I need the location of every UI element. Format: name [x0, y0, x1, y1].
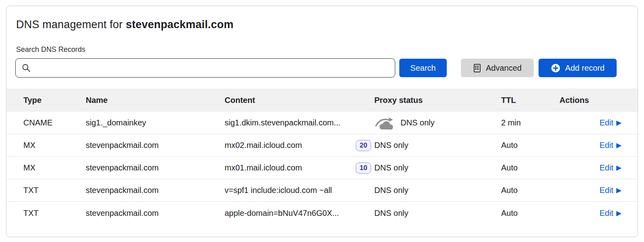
proxy-status-text: DNS only: [374, 186, 408, 195]
priority-badge: 20: [356, 140, 371, 151]
table-row: TXT stevenpackmail.com apple-domain=bNuV…: [6, 202, 638, 224]
record-ttl: Auto: [501, 141, 559, 150]
actions-cell: Edit▶: [559, 163, 621, 172]
proxy-status-text: DNS only: [374, 209, 408, 218]
dns-table-body: CNAME sig1._domainkey sig1.dkim.stevenpa…: [6, 112, 638, 224]
list-document-icon: [473, 64, 481, 73]
record-name: stevenpackmail.com: [86, 141, 225, 150]
edit-link[interactable]: Edit▶: [599, 186, 621, 195]
header-content: Content: [225, 96, 374, 105]
record-content: apple-domain=bNuV47n6G0X...: [225, 209, 339, 218]
page-title-domain: stevenpackmail.com: [126, 18, 233, 31]
actions-cell: Edit▶: [559, 209, 621, 218]
record-content-cell: apple-domain=bNuV47n6G0X...: [225, 209, 374, 218]
edit-link[interactable]: Edit▶: [599, 163, 621, 172]
record-name: stevenpackmail.com: [86, 163, 225, 172]
advanced-button-label: Advanced: [486, 64, 522, 73]
record-content: v=spf1 include:icloud.com ~all: [225, 186, 332, 195]
proxy-status-cell: DNS only: [374, 141, 501, 150]
proxy-status-cell: DNS only: [374, 186, 501, 195]
search-icon: [22, 64, 31, 72]
record-name: stevenpackmail.com: [86, 209, 225, 218]
edit-arrow-icon: ▶: [616, 210, 621, 217]
record-type: MX: [23, 163, 86, 172]
add-record-button-label: Add record: [565, 64, 605, 73]
proxy-status-cell: DNS only: [374, 116, 501, 130]
plus-circle-icon: [551, 63, 561, 73]
edit-arrow-icon: ▶: [616, 119, 621, 126]
edit-arrow-icon: ▶: [616, 187, 621, 194]
dns-only-cloud-icon: [374, 116, 395, 130]
table-header-row: Type Name Content Proxy status TTL Actio…: [6, 88, 638, 112]
proxy-status-cell: DNS only: [374, 163, 501, 172]
header-ttl: TTL: [501, 96, 559, 105]
priority-badge: 10: [356, 162, 371, 174]
table-row: TXT stevenpackmail.com v=spf1 include:ic…: [6, 179, 638, 202]
edit-link-label: Edit: [599, 141, 613, 150]
header-name: Name: [86, 96, 225, 105]
edit-link[interactable]: Edit▶: [599, 118, 621, 127]
record-content-cell: mx01.mail.icloud.com 10: [225, 162, 374, 174]
edit-link[interactable]: Edit▶: [599, 141, 621, 150]
record-type: MX: [23, 141, 86, 150]
search-controls: Search Advanced Add record: [15, 58, 638, 78]
actions-cell: Edit▶: [559, 141, 621, 150]
record-ttl: Auto: [501, 186, 559, 195]
table-row: CNAME sig1._domainkey sig1.dkim.stevenpa…: [6, 112, 638, 134]
edit-link-label: Edit: [599, 209, 613, 218]
record-type: TXT: [23, 186, 86, 195]
edit-link[interactable]: Edit▶: [599, 209, 621, 218]
record-content-cell: mx02.mail.icloud.com 20: [225, 140, 374, 151]
dns-management-card: DNS management for stevenpackmail.com Se…: [6, 6, 638, 237]
record-type: CNAME: [23, 118, 86, 127]
table-row: MX stevenpackmail.com mx01.mail.icloud.c…: [6, 157, 638, 179]
header-proxy-status: Proxy status: [374, 96, 501, 105]
record-content: mx02.mail.icloud.com: [225, 141, 302, 150]
proxy-status-text: DNS only: [374, 163, 408, 172]
edit-link-label: Edit: [599, 118, 613, 127]
edit-arrow-icon: ▶: [616, 164, 621, 171]
proxy-status-cell: DNS only: [374, 209, 501, 218]
record-content-cell: v=spf1 include:icloud.com ~all: [225, 186, 374, 195]
search-label: Search DNS Records: [16, 45, 638, 54]
header-actions: Actions: [559, 96, 621, 105]
record-content: mx01.mail.icloud.com: [225, 163, 302, 172]
page-title: DNS management for stevenpackmail.com: [16, 18, 638, 31]
search-button-label: Search: [410, 64, 436, 73]
header-type: Type: [23, 96, 86, 105]
record-name: sig1._domainkey: [86, 118, 225, 127]
table-row: MX stevenpackmail.com mx02.mail.icloud.c…: [6, 134, 638, 157]
record-type: TXT: [23, 209, 86, 218]
actions-cell: Edit▶: [559, 186, 621, 195]
add-record-button[interactable]: Add record: [539, 59, 617, 77]
record-content: sig1.dkim.stevenpackmail.com...: [225, 118, 341, 127]
edit-link-label: Edit: [599, 186, 613, 195]
search-input[interactable]: [15, 58, 395, 78]
advanced-button[interactable]: Advanced: [461, 59, 534, 77]
edit-arrow-icon: ▶: [616, 142, 621, 149]
search-input-wrap: [15, 58, 395, 78]
actions-cell: Edit▶: [559, 118, 621, 127]
record-name: stevenpackmail.com: [86, 186, 225, 195]
proxy-status-text: DNS only: [400, 118, 434, 127]
search-button[interactable]: Search: [399, 59, 447, 77]
edit-link-label: Edit: [599, 163, 613, 172]
record-content-cell: sig1.dkim.stevenpackmail.com...: [225, 118, 374, 127]
record-ttl: Auto: [501, 209, 559, 218]
record-ttl: Auto: [501, 163, 559, 172]
record-ttl: 2 min: [501, 118, 559, 127]
proxy-status-text: DNS only: [374, 141, 408, 150]
page-title-prefix: DNS management for: [16, 18, 126, 31]
